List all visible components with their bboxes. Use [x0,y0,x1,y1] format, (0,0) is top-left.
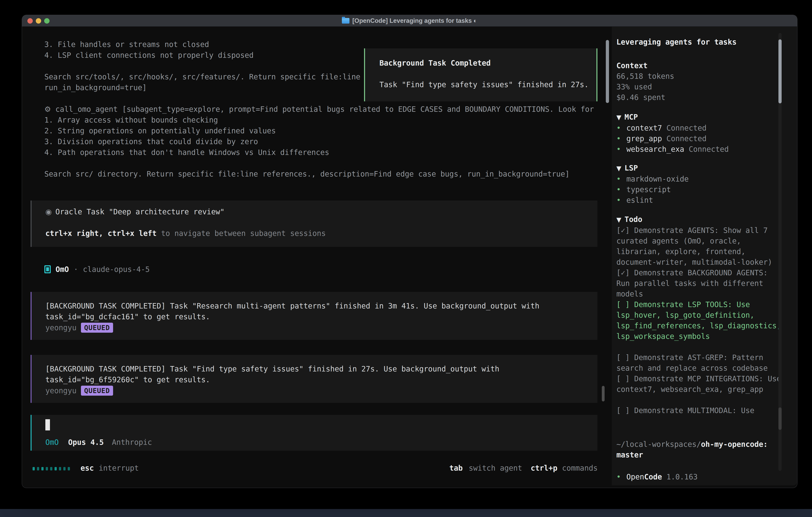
context-used: 33% used [616,82,784,92]
tab-shortcut[interactable]: tab [450,464,463,472]
lsp-section: ▼LSP •markdown-oxide •typescript •eslint [616,163,784,206]
ctrlp-shortcut-label: commands [562,464,598,472]
lsp-item: •eslint [616,195,784,206]
message-text: [BACKGROUND TASK COMPLETED] Task "Find t… [46,364,499,375]
message-text: task_id="bg_6f59260c" to get results. [46,375,210,385]
status-dot-icon: • [616,123,627,133]
lsp-item: •markdown-oxide [616,174,784,184]
working-spinner [33,467,70,470]
todo-item-pending: [ ] Demonstrate AST-GREP: Pattern search… [616,352,784,374]
agent-header: OmO · claude-opus-4-5 [45,264,150,275]
terminal-line: Search src/ directory. Return specific f… [45,169,570,180]
message-user: yeongyu [46,324,77,332]
status-dot-icon: • [616,144,627,155]
main-scrollbar-thumb[interactable] [606,40,609,103]
mcp-item: •grep_app Connected [616,133,784,144]
session-title: Leveraging agents for tasks [616,37,784,47]
window-title-group: [OpenCode] Leveraging agents for tasks ◐ [342,17,477,24]
todo-item-pending: [ ] Demonstrate MCP INTEGRATIONS: Use co… [616,374,784,394]
todo-section: ▼Todo [✓] Demonstrate AGENTS: Show all 7… [616,214,784,416]
status-dot-icon: • [616,133,627,144]
traffic-lights [27,18,50,24]
terminal-line: 3. File handles or streams not closed [45,39,209,50]
window-title: [OpenCode] Leveraging agents for tasks ◐ [352,17,477,24]
status-dot-icon: • [616,174,627,184]
todo-item-done: [✓] Demonstrate AGENTS: Show all 7 curat… [616,225,784,268]
message-text: [BACKGROUND TASK COMPLETED] Task "Resear… [46,301,540,311]
context-section: Context 66,518 tokens 33% used $0.46 spe… [616,60,784,103]
git-branch: master [616,450,784,460]
mcp-item: •websearch_exa Connected [616,144,784,155]
status-badge: QUEUED [81,323,113,333]
toast-notification[interactable]: Background Task Completed Task "Find typ… [364,48,598,101]
desktop-dock-strip [0,509,812,517]
background-task-message[interactable]: [BACKGROUND TASK COMPLETED] Task "Resear… [31,292,598,340]
context-tokens: 66,518 tokens [616,71,784,82]
titlebar: [OpenCode] Leveraging agents for tasks ◐ [22,15,797,27]
terminal-window: [OpenCode] Leveraging agents for tasks ◐… [22,15,797,488]
mcp-heading[interactable]: ▼MCP [616,112,784,123]
separator-dot: · [74,265,78,274]
esc-shortcut[interactable]: esc [81,464,94,472]
mcp-item: •context7 Connected [616,123,784,133]
status-dot-icon: • [616,184,627,195]
minimize-window-button[interactable] [36,18,41,24]
app-version: •OpenCode 1.0.163 [616,472,784,482]
status-dot-icon: • [616,195,627,206]
message-text: task_id="bg_dcfac161" to get results. [46,311,210,322]
model-provider: Anthropic [112,438,152,446]
terminal-line: run_in_background=true] [45,82,147,93]
model-name: Opus 4.5 [68,438,104,446]
gear-icon: ⚙ [45,105,51,113]
todo-item-pending: [ ] Demonstrate MULTIMODAL: Use [616,405,784,416]
terminal-line: 4. Path operations that don't handle Win… [45,147,329,158]
status-badge: QUEUED [81,386,113,396]
main-scrollbar-thumb[interactable] [602,386,605,402]
tool-call-line: ⚙call_omo_agent [subagent_type=explore, … [45,104,594,115]
ctrlp-shortcut[interactable]: ctrl+p [531,464,557,472]
status-bar: esc interrupt tab switch agent ctrl+p co… [22,464,601,474]
message-user: yeongyu [46,386,77,395]
background-task-message[interactable]: [BACKGROUND TASK COMPLETED] Task "Find t… [31,355,598,403]
context-spent: $0.46 spent [616,92,784,103]
folder-icon [342,18,349,24]
workspace-dir-prefix: ~/local-workspaces/ [616,440,701,448]
app-name: OpenCode [627,472,662,482]
close-window-button[interactable] [27,18,33,24]
workspace-dir-name: oh-my-opencode: [701,440,767,448]
hint-text: to navigate between subagent sessions [157,229,326,238]
zoom-window-button[interactable] [44,18,50,24]
terminal-line: 1. Array access without bounds checking [45,115,218,126]
status-dot-icon: • [616,472,627,482]
session-sidebar: Leveraging agents for tasks Context 66,5… [612,27,797,485]
lsp-heading[interactable]: ▼LSP [616,163,784,174]
todo-item-active: [ ] Demonstrate LSP TOOLS: Use lsp_hover… [616,299,784,342]
esc-shortcut-label: interrupt [99,464,139,472]
subagent-nav-hint: ctrl+x right, ctrl+x left to navigate be… [46,228,326,239]
collapse-triangle-icon: ▼ [616,113,621,121]
hint-keys: ctrl+x right, ctrl+x left [46,229,157,238]
oracle-task-card[interactable]: ◉Oracle Task "Deep architecture review" … [31,200,598,247]
agent-name: OmO [56,265,69,274]
todo-heading[interactable]: ▼Todo [616,214,784,225]
terminal-line: 3. Division operations that could divide… [45,136,258,147]
oracle-task-title: ◉Oracle Task "Deep architecture review" [46,207,225,217]
agent-short-name: OmO [46,438,59,446]
version-number: 1.0.163 [667,472,698,482]
sidebar-scrollbar-thumb[interactable] [778,407,782,430]
collapse-triangle-icon: ▼ [616,165,621,172]
workspace-path: ~/local-workspaces/oh-my-opencode: maste… [616,439,784,460]
prompt-input[interactable]: OmO Opus 4.5 Anthropic [31,415,598,451]
toast-title: Background Task Completed [379,59,491,67]
todo-item-done: [✓] Demonstrate BACKGROUND AGENTS: Run p… [616,268,784,299]
toast-body: Task "Find type safety issues" finished … [379,80,589,89]
terminal-line: 2. String operations on potentially unde… [45,126,276,136]
mcp-section: ▼MCP •context7 Connected •grep_app Conne… [616,112,784,155]
terminal-line: Search src/tools/, src/hooks/, src/featu… [45,72,360,82]
tab-shortcut-label: switch agent [469,464,522,472]
terminal-line: 4. LSP client connections not properly d… [45,50,254,61]
fisheye-icon: ◉ [46,208,52,216]
agent-avatar-icon [45,265,51,273]
tool-call-text: call_omo_agent [subagent_type=explore, p… [55,105,594,113]
sidebar-scrollbar-thumb[interactable] [778,39,782,103]
